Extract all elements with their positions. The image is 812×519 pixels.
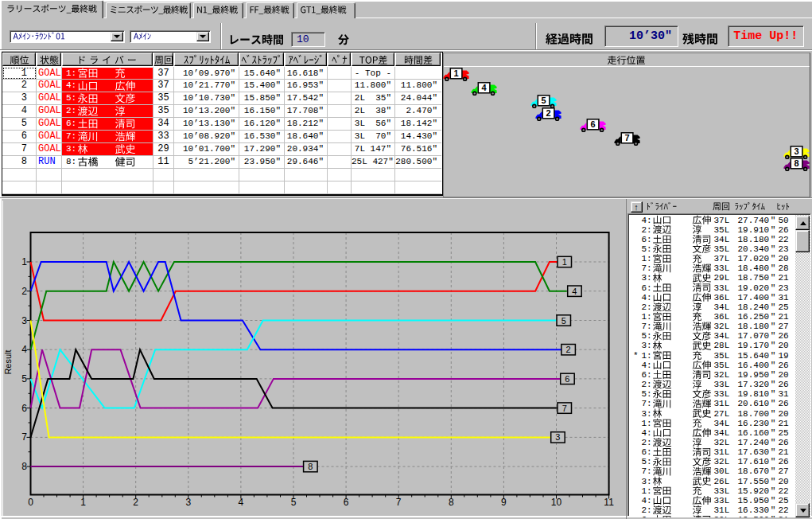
svg-text:1: 1 — [21, 256, 27, 267]
svg-text:8: 8 — [449, 497, 454, 508]
svg-text:2: 2 — [21, 286, 27, 297]
svg-text:8: 8 — [21, 461, 27, 472]
svg-text:4: 4 — [239, 497, 244, 508]
svg-text:6: 6 — [565, 374, 569, 384]
svg-text:5: 5 — [21, 373, 27, 384]
svg-text:3: 3 — [185, 497, 191, 508]
svg-text:3: 3 — [555, 432, 560, 442]
svg-text:5: 5 — [291, 497, 297, 508]
svg-text:10: 10 — [551, 497, 562, 508]
svg-text:7: 7 — [562, 404, 567, 413]
svg-text:2: 2 — [133, 497, 138, 508]
svg-text:3: 3 — [795, 146, 799, 156]
svg-text:4: 4 — [482, 83, 488, 92]
svg-text:5: 5 — [561, 316, 566, 326]
svg-text:2: 2 — [566, 345, 571, 354]
svg-text:7: 7 — [396, 497, 402, 508]
svg-text:1: 1 — [562, 257, 567, 267]
svg-text:6: 6 — [591, 119, 596, 129]
svg-text:5: 5 — [542, 96, 546, 105]
svg-text:9: 9 — [501, 497, 507, 508]
svg-text:1: 1 — [454, 68, 459, 78]
svg-text:0: 0 — [28, 497, 33, 508]
svg-text:8: 8 — [308, 462, 313, 471]
svg-text:3: 3 — [21, 315, 27, 326]
svg-text:11: 11 — [604, 497, 614, 508]
svg-text:7: 7 — [625, 133, 630, 142]
svg-text:7: 7 — [21, 431, 27, 443]
svg-text:6: 6 — [344, 497, 349, 508]
svg-text:2: 2 — [546, 108, 551, 118]
svg-text:4: 4 — [21, 344, 27, 355]
svg-text:Result: Result — [3, 349, 13, 374]
svg-text:1: 1 — [80, 497, 86, 508]
svg-text:8: 8 — [795, 158, 799, 168]
svg-text:6: 6 — [21, 403, 27, 414]
svg-text:4: 4 — [572, 287, 577, 296]
